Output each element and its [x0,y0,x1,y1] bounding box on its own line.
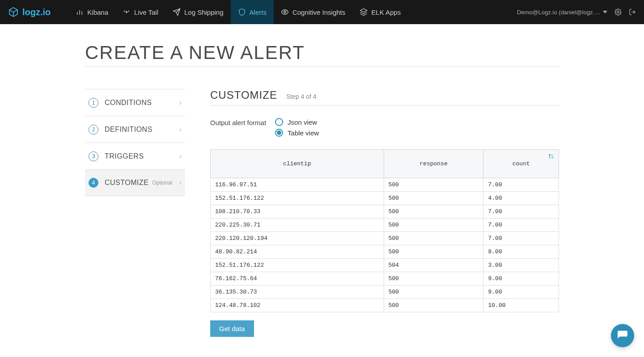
nav-elk-apps-label: ELK Apps [371,8,401,16]
cell-count: 9.00 [483,286,559,299]
eye-icon [281,8,289,16]
sort-icon[interactable] [548,153,554,161]
logout-icon[interactable] [629,8,636,16]
col-count-label: count [513,160,530,167]
table-row: 152.51.176.1225043.00 [211,259,559,272]
col-response[interactable]: response [384,150,483,178]
step-definitions[interactable]: 2 DEFINITIONS › [85,116,185,143]
nav-alerts[interactable]: Alerts [231,0,274,24]
table-row: 76.162.75.645009.00 [211,272,559,286]
col-clientip[interactable]: clientip [211,150,384,178]
table-row: 152.51.176.1225004.00 [211,192,559,205]
cell-count: 3.00 [483,259,559,272]
chevron-right-icon: › [179,126,182,134]
table-row: 220.120.120.1945007.00 [211,232,559,245]
nav-cognitive[interactable]: Cognitive Insights [274,0,352,24]
cell-clientip: 76.162.75.64 [211,272,384,286]
user-menu[interactable]: Demo@Logz.io (daniel@logz.… [517,9,607,16]
get-data-button[interactable]: Get data [210,320,254,337]
cell-response: 500 [384,218,483,232]
step-label: TRIGGERS [105,152,144,160]
step-label: DEFINITIONS [105,126,153,134]
nav-live-tail[interactable]: Live Tail [115,0,165,24]
main-nav: Kibana Live Tail Log Shipping Alerts Cog… [68,0,408,24]
nav-log-shipping[interactable]: Log Shipping [165,0,231,24]
cell-response: 500 [384,192,483,205]
section-title: CUSTOMIZE [210,89,277,101]
svg-marker-7 [360,9,367,13]
cell-clientip: 152.51.176.122 [211,259,384,272]
cell-clientip: 108.210.70.33 [211,205,384,218]
cell-response: 500 [384,286,483,299]
cell-clientip: 152.51.176.122 [211,192,384,205]
table-row: 220.225.30.715007.00 [211,218,559,232]
svg-marker-8 [603,11,607,13]
cell-clientip: 36.135.30.73 [211,286,384,299]
step-label: CONDITIONS [105,99,152,107]
radio-table-label: Table view [288,129,319,137]
cell-count: 7.00 [483,232,559,245]
table-row: 108.210.70.335007.00 [211,205,559,218]
cell-response: 500 [384,245,483,259]
nav-elk-apps[interactable]: ELK Apps [352,0,408,24]
nav-kibana-label: Kibana [87,8,108,16]
cell-clientip: 124.48.78.102 [211,299,384,312]
nav-log-shipping-label: Log Shipping [184,8,224,16]
cell-count: 10.00 [483,299,559,312]
main-panel: CUSTOMIZE Step 4 of 4 Output alert forma… [210,89,559,337]
svg-point-5 [126,12,127,13]
radio-dot-icon [275,118,283,126]
user-label: Demo@Logz.io (daniel@logz.… [517,9,600,16]
cell-clientip: 220.225.30.71 [211,218,384,232]
chat-icon [617,330,628,341]
step-number: 1 [89,98,98,108]
cell-count: 9.00 [483,272,559,286]
step-number: 2 [89,125,98,134]
broadcast-icon [123,8,131,16]
table-row: 116.96.97.515007.00 [211,178,559,192]
cell-clientip: 116.96.97.51 [211,178,384,192]
col-count[interactable]: count [483,150,559,178]
nav-kibana[interactable]: Kibana [68,0,115,24]
radio-json-label: Json view [288,118,317,126]
bar-chart-icon [76,8,84,16]
radio-json-view[interactable]: Json view [275,118,319,126]
table-row: 124.48.78.10250010.00 [211,299,559,312]
cell-count: 4.00 [483,192,559,205]
logo-text: logz.io [22,7,51,17]
data-table: clientip response count 116.96.97.515007… [210,149,559,312]
table-row: 48.90.82.2145008.00 [211,245,559,259]
layers-icon [360,8,368,16]
logo-icon [8,7,19,17]
svg-point-9 [617,11,619,13]
radio-dot-icon [275,129,283,137]
cell-clientip: 220.120.120.194 [211,232,384,245]
nav-live-tail-label: Live Tail [134,8,158,16]
step-customize[interactable]: 4 CUSTOMIZE Optional › [85,169,185,196]
paper-plane-icon [173,8,181,16]
topbar-right: Demo@Logz.io (daniel@logz.… [517,8,636,16]
step-conditions[interactable]: 1 CONDITIONS › [85,89,185,116]
cell-response: 500 [384,272,483,286]
radio-table-view[interactable]: Table view [275,129,319,137]
cell-response: 500 [384,232,483,245]
cell-response: 500 [384,299,483,312]
output-format-label: Output alert format [210,118,266,126]
cell-count: 8.00 [483,245,559,259]
step-triggers[interactable]: 3 TRIGGERS › [85,143,185,169]
step-list: 1 CONDITIONS › 2 DEFINITIONS › 3 TRIGGER… [85,89,185,337]
cell-clientip: 48.90.82.214 [211,245,384,259]
cell-count: 7.00 [483,218,559,232]
svg-point-6 [284,11,286,13]
container: CREATE A NEW ALERT 1 CONDITIONS › 2 DEFI… [85,24,559,357]
output-format-row: Output alert format Json view Table view [210,118,559,137]
gear-icon[interactable] [614,8,622,16]
cell-response: 504 [384,259,483,272]
section-subtitle: Step 4 of 4 [286,93,317,100]
logo[interactable]: logz.io [8,7,51,17]
chat-widget[interactable] [611,324,634,347]
cell-count: 7.00 [483,178,559,192]
step-number: 4 [89,178,98,188]
chevron-right-icon: › [179,99,182,107]
step-label: CUSTOMIZE [105,179,148,187]
